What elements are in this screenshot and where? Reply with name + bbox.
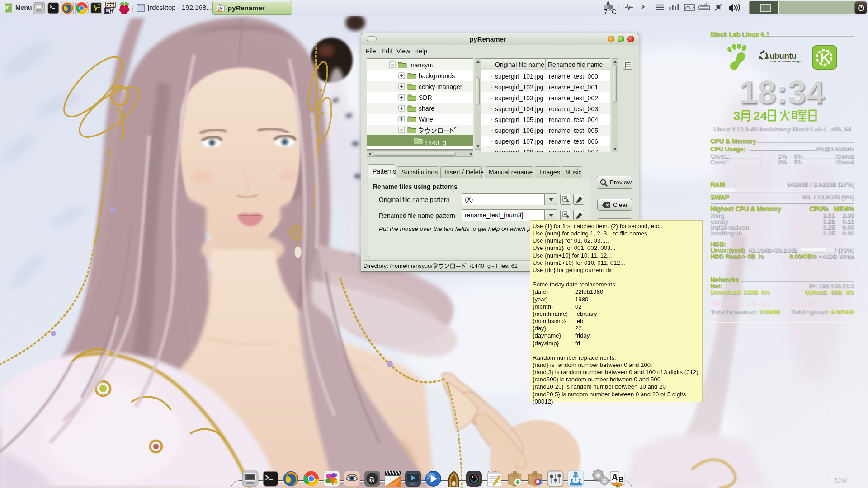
svg-text:1440_g: 1440_g bbox=[425, 139, 446, 146]
svg-text:5JW: 5JW bbox=[834, 477, 847, 484]
svg-text:Wine: Wine bbox=[419, 116, 433, 123]
svg-text:ubuntu: ubuntu bbox=[769, 51, 797, 61]
svg-text:backgrounds: backgrounds bbox=[419, 72, 455, 80]
svg-text:3: 3 bbox=[733, 109, 741, 122]
svg-text:K: K bbox=[820, 50, 830, 65]
svg-text:conky-manager: conky-manager bbox=[419, 83, 462, 90]
svg-text:SDR: SDR bbox=[419, 94, 432, 101]
svg-text:A: A bbox=[612, 473, 618, 482]
svg-text:a: a bbox=[369, 474, 375, 483]
svg-text:share: share bbox=[419, 105, 434, 112]
svg-text:linux for human beings: linux for human beings bbox=[770, 60, 801, 63]
svg-text:24: 24 bbox=[753, 109, 768, 122]
svg-text:A: A bbox=[219, 6, 222, 11]
svg-text:mansyuu: mansyuu bbox=[409, 61, 435, 69]
svg-text:7 °C: 7 °C bbox=[604, 8, 616, 15]
svg-text:B: B bbox=[618, 476, 623, 483]
